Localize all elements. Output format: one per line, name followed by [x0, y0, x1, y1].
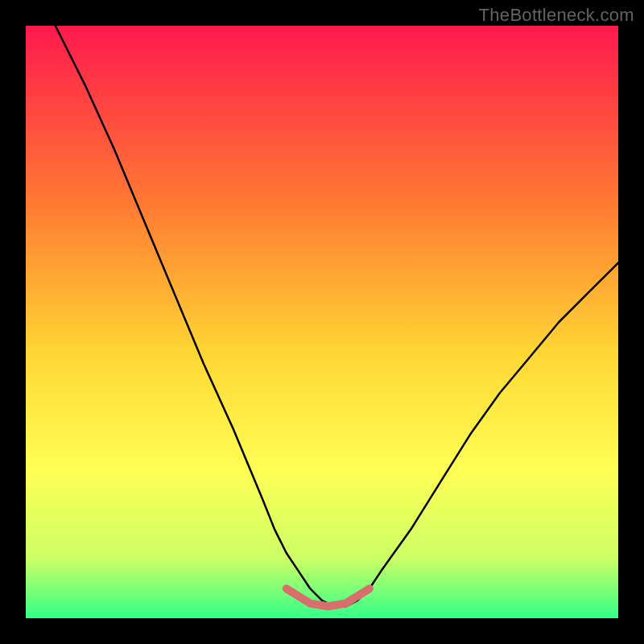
chart-svg [26, 26, 618, 618]
watermark-text: TheBottleneck.com [479, 5, 634, 26]
heatmap-background [26, 26, 618, 618]
chart-frame: TheBottleneck.com [0, 0, 644, 644]
plot-area [26, 26, 618, 618]
